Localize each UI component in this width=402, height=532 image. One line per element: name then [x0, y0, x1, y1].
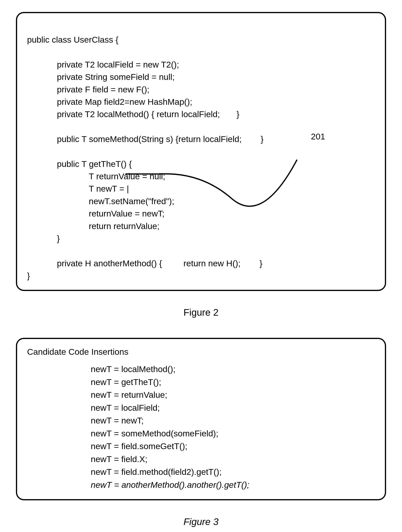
- candidate-item: newT = returnValue;: [91, 388, 375, 401]
- code-line: private Map field2=new HashMap();: [27, 97, 192, 107]
- candidate-insertions-title: Candidate Code Insertions: [27, 347, 375, 357]
- code-line: public class UserClass {: [27, 35, 118, 44]
- code-line: returnValue = newT;: [27, 209, 164, 218]
- candidate-item: newT = getTheT();: [91, 376, 375, 389]
- code-panel-2: Candidate Code Insertions newT = localMe…: [16, 338, 386, 500]
- code-line: return returnValue;: [27, 221, 159, 231]
- candidate-item: newT = someMethod(someField);: [91, 427, 375, 440]
- code-line: public T getTheT() {: [27, 159, 132, 169]
- code-line: private F field = new F();: [27, 85, 149, 94]
- candidate-item: newT = anotherMethod().another().getT();: [91, 478, 375, 491]
- candidate-list: newT = localMethod(); newT = getTheT(); …: [27, 363, 375, 491]
- code-block-userclass: public class UserClass { private T2 loca…: [27, 21, 375, 282]
- code-line-cursor: T newT = |: [27, 184, 129, 193]
- code-panel-1: public class UserClass { private T2 loca…: [16, 12, 386, 291]
- code-line: private H anotherMethod() { return new H…: [27, 259, 262, 268]
- candidate-item: newT = field.X;: [91, 453, 375, 466]
- code-line: private String someField = null;: [27, 72, 175, 82]
- code-line: private T2 localMethod() { return localF…: [27, 109, 239, 119]
- candidate-item: newT = field.method(field2).getT();: [91, 465, 375, 478]
- code-line: newT.setName("fred");: [27, 196, 174, 206]
- figure-3-label: Figure 3: [16, 516, 386, 527]
- candidate-item: newT = localField;: [91, 401, 375, 414]
- candidate-item: newT = newT;: [91, 414, 375, 427]
- figure-2-label: Figure 2: [16, 307, 386, 318]
- reference-number-201: 201: [311, 132, 325, 141]
- code-line: T returnValue = null;: [27, 171, 165, 181]
- code-line: }: [27, 234, 60, 243]
- code-line: }: [27, 271, 30, 280]
- candidate-item: newT = field.someGetT();: [91, 440, 375, 453]
- code-line: private T2 localField = new T2();: [27, 60, 179, 69]
- candidate-item: newT = localMethod();: [91, 363, 375, 376]
- code-line: public T someMethod(String s) {return lo…: [27, 134, 264, 144]
